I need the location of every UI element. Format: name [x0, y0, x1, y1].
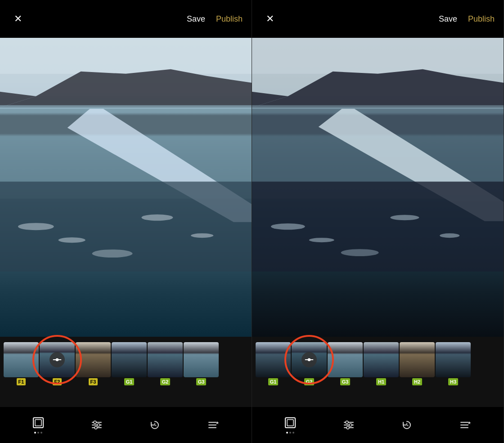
- right-save-button[interactable]: Save: [439, 14, 457, 24]
- filter-item-g1-right[interactable]: G1: [256, 342, 291, 385]
- right-filter-row: G1 G2: [252, 342, 504, 407]
- left-publish-button[interactable]: Publish: [216, 14, 243, 24]
- filter-thumb-g3-right: [328, 342, 363, 377]
- right-publish-button[interactable]: Publish: [468, 14, 495, 24]
- filter-thumb-h2: [400, 342, 435, 377]
- left-toolbar-dots-frames: [34, 432, 42, 434]
- left-toolbar-frames[interactable]: [32, 416, 45, 434]
- filter-label-f3: F3: [89, 378, 98, 385]
- svg-point-38: [271, 223, 305, 230]
- filter-item-f2[interactable]: F2: [40, 342, 75, 385]
- filter-icon-g2: [302, 352, 317, 367]
- svg-point-8: [18, 223, 54, 230]
- filter-label-h3: H3: [448, 378, 458, 385]
- svg-rect-35: [252, 109, 504, 199]
- right-filter-strip: G1 G2: [252, 337, 504, 407]
- filter-label-g2-left: G2: [160, 378, 171, 385]
- right-toolbar-frames[interactable]: [284, 416, 297, 434]
- svg-point-22: [97, 424, 100, 426]
- right-topbar-actions: Save Publish: [439, 14, 495, 24]
- svg-rect-5: [0, 109, 252, 199]
- svg-point-42: [341, 249, 379, 256]
- svg-rect-34: [252, 105, 504, 109]
- filter-label-f2: F2: [53, 378, 62, 385]
- filter-item-g3-right[interactable]: G3: [328, 342, 363, 385]
- svg-point-39: [309, 238, 334, 242]
- left-dot-2: [37, 432, 39, 434]
- svg-point-40: [390, 215, 419, 220]
- left-toolbar-adjust[interactable]: [90, 419, 103, 431]
- filter-thumb-f1: [4, 342, 39, 377]
- svg-line-55: [407, 425, 408, 426]
- left-toolbar-favorites[interactable]: [207, 419, 220, 431]
- left-filter-strip: F1 F2: [0, 337, 252, 407]
- svg-marker-59: [468, 421, 471, 424]
- svg-point-9: [58, 237, 86, 243]
- right-dot-2: [289, 432, 291, 434]
- filter-item-g2-left[interactable]: G2: [148, 342, 183, 385]
- filter-thumb-g2-right: [292, 342, 327, 377]
- right-panel: ✕ Save Publish: [252, 0, 504, 443]
- right-topbar: ✕ Save Publish: [252, 0, 504, 38]
- left-save-button[interactable]: Save: [187, 14, 205, 24]
- filter-label-g2-right: G2: [304, 378, 315, 385]
- right-toolbar-history[interactable]: [400, 419, 413, 431]
- filter-item-g3-left[interactable]: G3: [184, 342, 219, 385]
- filter-item-g1-left[interactable]: G1: [112, 342, 147, 385]
- left-photo-area: [0, 38, 252, 337]
- svg-rect-31: [252, 38, 504, 74]
- svg-marker-6: [68, 109, 252, 222]
- filter-item-g2-right[interactable]: G2: [292, 342, 327, 385]
- right-photo-overlay: [252, 38, 504, 271]
- left-toolbar-history[interactable]: [148, 419, 161, 431]
- filter-thumb-h3: [436, 342, 471, 377]
- filter-thumb-f2: [40, 342, 75, 377]
- svg-marker-33: [252, 92, 288, 108]
- right-close-button[interactable]: ✕: [261, 10, 279, 28]
- svg-marker-36: [319, 109, 504, 222]
- left-dot-3: [40, 432, 42, 434]
- svg-rect-4: [0, 105, 252, 109]
- right-toolbar-dots-frames: [286, 432, 294, 434]
- filter-thumb-f3: [76, 342, 111, 377]
- filter-label-h1: H1: [376, 378, 386, 385]
- filter-item-f3[interactable]: F3: [76, 342, 111, 385]
- right-toolbar-adjust[interactable]: [342, 419, 355, 431]
- right-photo-area: [252, 38, 504, 337]
- filter-thumb-g1-left: [112, 342, 147, 377]
- svg-marker-32: [252, 69, 504, 108]
- left-dot-1: [34, 432, 36, 434]
- svg-marker-3: [0, 92, 36, 108]
- svg-rect-7: [0, 181, 252, 271]
- filter-item-h2[interactable]: H2: [400, 342, 435, 385]
- svg-point-51: [346, 421, 348, 424]
- svg-rect-30: [252, 38, 504, 96]
- filter-item-f1[interactable]: F1: [4, 342, 39, 385]
- left-panel: ✕ Save Publish: [0, 0, 252, 443]
- filter-item-h1[interactable]: H1: [364, 342, 399, 385]
- svg-marker-29: [216, 421, 219, 424]
- svg-point-53: [346, 426, 349, 429]
- filter-item-h3[interactable]: H3: [436, 342, 471, 385]
- filter-thumb-g3-left: [184, 342, 219, 377]
- filter-label-g3-right: G3: [340, 378, 351, 385]
- left-close-button[interactable]: ✕: [9, 10, 27, 28]
- left-photo-overlay: [0, 38, 252, 271]
- svg-point-52: [349, 424, 352, 426]
- left-bottom-toolbar: [0, 407, 252, 443]
- right-photo: [252, 38, 504, 337]
- left-photo: [0, 38, 252, 337]
- filter-thumb-g1-right: [256, 342, 291, 377]
- svg-marker-2: [0, 69, 252, 108]
- svg-point-41: [440, 233, 459, 238]
- right-toolbar-favorites[interactable]: [459, 419, 472, 431]
- filter-thumb-g2-left: [148, 342, 183, 377]
- right-dot-1: [286, 432, 288, 434]
- svg-point-23: [94, 426, 97, 429]
- filter-label-g1-left: G1: [124, 378, 135, 385]
- left-topbar-actions: Save Publish: [187, 14, 243, 24]
- filter-label-g3-left: G3: [196, 378, 207, 385]
- left-filter-row: F1 F2: [0, 342, 252, 407]
- filter-label-h2: H2: [412, 378, 422, 385]
- right-bottom-toolbar: [252, 407, 504, 443]
